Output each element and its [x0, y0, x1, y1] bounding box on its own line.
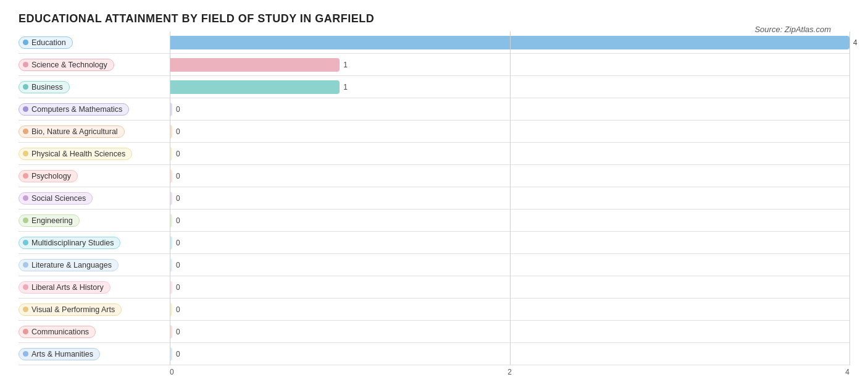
bar-value-label: 0 [176, 172, 180, 180]
bar-label-text: Science & Technology [31, 61, 107, 69]
bar-dot-icon [23, 84, 28, 90]
bar-row: Bio, Nature & Agricultural0 [19, 121, 849, 143]
bar-fill [170, 58, 340, 72]
bar-row: Physical & Health Sciences0 [19, 143, 849, 165]
bar-label: Multidisciplinary Studies [19, 237, 170, 249]
bar-fill [170, 147, 172, 161]
chart-title: EDUCATIONAL ATTAINMENT BY FIELD OF STUDY… [19, 12, 849, 25]
bar-track: 0 [170, 103, 849, 116]
bar-row: Literature & Languages0 [19, 254, 849, 276]
bar-label: Visual & Performing Arts [19, 303, 170, 316]
bar-value-label: 0 [176, 261, 180, 269]
bar-row: Business1 [19, 76, 849, 98]
bar-fill [170, 258, 172, 272]
bar-fill [170, 169, 172, 183]
bar-label: Engineering [19, 214, 170, 227]
bar-fill [170, 303, 172, 316]
bar-value-label: 0 [176, 283, 180, 292]
bar-dot-icon [23, 129, 28, 134]
bar-value-label: 0 [176, 150, 180, 158]
bar-fill [170, 80, 340, 94]
bar-label: Physical & Health Sciences [19, 148, 170, 160]
bar-value-label: 0 [176, 127, 180, 136]
bar-label: Business [19, 81, 170, 93]
bar-value-label: 4 [853, 38, 858, 47]
bar-track: 0 [170, 169, 849, 183]
bar-fill [170, 103, 172, 116]
bar-dot-icon [23, 195, 28, 201]
bar-label: Liberal Arts & History [19, 281, 170, 294]
bar-label-text: Social Sciences [31, 194, 86, 203]
grid-line [849, 32, 850, 365]
bar-value-label: 0 [176, 305, 180, 314]
x-axis: 024 [19, 368, 849, 376]
bar-row: Psychology0 [19, 165, 849, 187]
bar-row: Visual & Performing Arts0 [19, 299, 849, 321]
bar-label: Science & Technology [19, 59, 170, 71]
bar-dot-icon [23, 284, 28, 290]
bar-dot-icon [23, 62, 28, 67]
bar-track: 0 [170, 281, 849, 294]
bar-track: 0 [170, 236, 849, 250]
bar-label: Social Sciences [19, 192, 170, 205]
bar-label-text: Computers & Mathematics [31, 105, 122, 114]
bar-track: 0 [170, 258, 849, 272]
bar-label-text: Business [31, 83, 63, 91]
bar-row: Engineering0 [19, 210, 849, 232]
chart-area: Education4Science & Technology1Business1… [19, 32, 849, 376]
bar-row: Computers & Mathematics0 [19, 98, 849, 121]
bar-label-text: Arts & Humanities [31, 350, 93, 358]
bar-label-text: Engineering [31, 216, 73, 225]
bar-fill [170, 192, 172, 205]
bar-label: Bio, Nature & Agricultural [19, 125, 170, 138]
bar-track: 0 [170, 192, 849, 205]
bar-track: 1 [170, 80, 849, 94]
bar-track: 1 [170, 58, 849, 72]
bar-label-text: Physical & Health Sciences [31, 150, 125, 158]
bar-dot-icon [23, 40, 28, 45]
x-axis-label: 2 [507, 368, 512, 376]
bar-dot-icon [23, 151, 28, 156]
bar-value-label: 0 [176, 105, 180, 114]
bar-fill [170, 214, 172, 227]
bar-dot-icon [23, 329, 28, 334]
bar-label-text: Communications [31, 328, 89, 336]
bar-fill [170, 125, 172, 138]
bar-label: Arts & Humanities [19, 348, 170, 360]
bar-label-text: Literature & Languages [31, 261, 112, 269]
bar-dot-icon [23, 106, 28, 112]
bar-dot-icon [23, 351, 28, 357]
bar-dot-icon [23, 240, 28, 245]
bar-label: Literature & Languages [19, 259, 170, 271]
bars-container: Education4Science & Technology1Business1… [19, 32, 849, 365]
bar-track: 0 [170, 303, 849, 316]
bar-row: Liberal Arts & History0 [19, 276, 849, 299]
bar-track: 0 [170, 325, 849, 339]
bar-track: 0 [170, 147, 849, 161]
bar-row: Multidisciplinary Studies0 [19, 232, 849, 254]
bar-row: Arts & Humanities0 [19, 343, 849, 365]
bar-value-label: 0 [176, 194, 180, 203]
bar-dot-icon [23, 307, 28, 312]
bar-value-label: 0 [176, 350, 180, 358]
x-axis-labels: 024 [170, 368, 849, 376]
bar-dot-icon [23, 262, 28, 268]
bar-label: Computers & Mathematics [19, 103, 170, 116]
bar-label: Psychology [19, 170, 170, 182]
bar-track: 0 [170, 347, 849, 361]
bar-label: Education [19, 36, 170, 49]
bar-fill [170, 236, 172, 250]
bar-track: 4 [170, 36, 849, 49]
bar-label-text: Education [31, 38, 66, 47]
bar-row: Science & Technology1 [19, 54, 849, 76]
bar-value-label: 0 [176, 216, 180, 225]
bar-track: 0 [170, 125, 849, 138]
x-axis-label: 4 [845, 368, 849, 376]
bar-value-label: 0 [176, 239, 180, 247]
bar-value-label: 0 [176, 328, 180, 336]
bar-label-text: Liberal Arts & History [31, 283, 104, 292]
bar-value-label: 1 [343, 61, 348, 69]
bar-label-text: Psychology [31, 172, 71, 180]
bar-dot-icon [23, 218, 28, 223]
bar-label: Communications [19, 326, 170, 338]
